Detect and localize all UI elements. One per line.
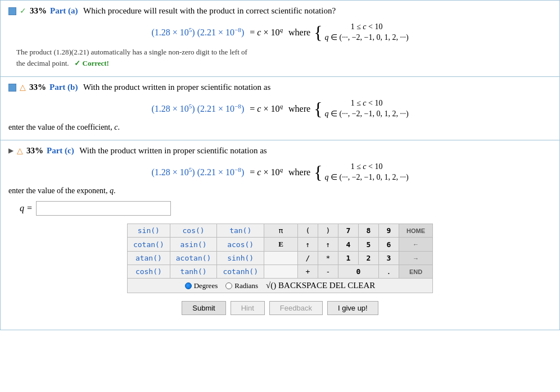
calc-e[interactable]: E <box>264 238 298 252</box>
part-b-brace: { 1 ≤ c < 10 q ∈ (···, −2, −1, 0, 1, 2, … <box>314 99 408 118</box>
calc-cotanh[interactable]: cotanh() <box>217 265 264 279</box>
calc-cotan[interactable]: cotan() <box>127 238 170 252</box>
part-c-brace: { 1 ≤ c < 10 q ∈ (···, −2, −1, 0, 1, 2, … <box>314 162 408 182</box>
part-c-math-eq: = c × 10q <box>247 166 285 177</box>
calc-home[interactable]: HOME <box>399 224 433 238</box>
part-a-exp-line1: The product (1.28)(2.21) automatically h… <box>16 48 247 56</box>
part-b-label: Part (b) <box>49 83 78 92</box>
part-a-section: ✓ 33% Part (a) Which procedure will resu… <box>0 0 560 77</box>
part-b-math-eq: = c × 10q <box>247 103 285 114</box>
calc-0[interactable]: 0 <box>338 265 379 279</box>
part-c-section: ▶ △ 33% Part (c) With the product writte… <box>0 140 560 330</box>
calc-2[interactable]: 2 <box>359 252 379 265</box>
part-a-where: where <box>288 28 310 38</box>
part-b-brace-line1: 1 ≤ c < 10 <box>324 99 408 108</box>
calc-backspace-arrow[interactable]: ← <box>399 238 433 252</box>
part-b-box <box>8 84 16 92</box>
calc-open-paren[interactable]: ( <box>298 224 318 238</box>
calc-minus[interactable]: - <box>318 265 338 279</box>
part-c-brace-line1: 1 ≤ c < 10 <box>324 162 408 171</box>
calc-sinh[interactable]: sinh() <box>217 252 264 265</box>
calc-plus[interactable]: + <box>298 265 318 279</box>
calc-pi[interactable]: π <box>264 224 298 238</box>
calc-tanh[interactable]: tanh() <box>170 265 217 279</box>
part-a-explanation: The product (1.28)(2.21) automatically h… <box>16 47 552 69</box>
submit-button[interactable]: Submit <box>182 301 225 315</box>
calc-cos[interactable]: cos() <box>170 224 217 238</box>
calc-dot[interactable]: . <box>379 265 399 279</box>
part-a-math-eq: = c × 10q <box>247 26 285 38</box>
radians-option[interactable]: Radians <box>225 281 258 290</box>
calc-1[interactable]: 1 <box>338 252 359 265</box>
part-b-where: where <box>288 104 310 114</box>
degrees-option[interactable]: Degrees <box>185 281 218 290</box>
calc-empty1 <box>264 252 298 265</box>
part-c-brace-line2: q ∈ (···, −2, −1, 0, 1, 2, ···) <box>324 172 408 182</box>
calc-close-paren[interactable]: ) <box>318 224 338 238</box>
calc-empty2 <box>264 265 298 279</box>
part-a-brace: { 1 ≤ c < 10 q ∈ (···, −2, −1, 0, 1, 2, … <box>314 22 408 42</box>
q-label: q = <box>20 203 33 213</box>
part-c-brace-lines: 1 ≤ c < 10 q ∈ (···, −2, −1, 0, 1, 2, ··… <box>324 162 408 182</box>
main-container: ✓ 33% Part (a) Which procedure will resu… <box>0 0 560 330</box>
hint-button[interactable]: Hint <box>231 301 265 315</box>
part-a-percent: 33% <box>30 6 47 16</box>
calc-tan[interactable]: tan() <box>217 224 264 238</box>
calc-6[interactable]: 6 <box>379 238 399 252</box>
calc-3[interactable]: 3 <box>379 252 399 265</box>
calc-asin[interactable]: asin() <box>170 238 217 252</box>
calc-row-1: sin() cos() tan() π ( ) 7 8 9 HOME <box>127 224 432 238</box>
calc-up1[interactable]: ↑ <box>298 238 318 252</box>
calc-multiply[interactable]: * <box>318 252 338 265</box>
calculator-wrapper: sin() cos() tan() π ( ) 7 8 9 HOME cotan… <box>127 224 433 293</box>
part-a-brace-symbol: { <box>314 24 322 42</box>
calc-row-2: cotan() asin() acos() E ↑ ↑ 4 5 6 ← <box>127 238 432 252</box>
part-a-brace-lines: 1 ≤ c < 10 q ∈ (···, −2, −1, 0, 1, 2, ··… <box>324 22 408 42</box>
part-b-math: (1.28 × 105) (2.21 × 10−8) = c × 10q whe… <box>8 99 552 118</box>
calc-acotan[interactable]: acotan() <box>170 252 217 265</box>
degrees-label: Degrees <box>194 281 218 290</box>
part-c-math: (1.28 × 105) (2.21 × 10−8) = c × 10q whe… <box>8 162 552 182</box>
degrees-radio[interactable] <box>185 282 192 289</box>
radians-radio[interactable] <box>225 282 232 289</box>
calc-right-arrow[interactable]: → <box>399 252 433 265</box>
calc-acos[interactable]: acos() <box>217 238 264 252</box>
calc-4[interactable]: 4 <box>338 238 359 252</box>
feedback-button[interactable]: Feedback <box>269 301 323 315</box>
calc-up2[interactable]: ↑ <box>318 238 338 252</box>
calc-divide[interactable]: / <box>298 252 318 265</box>
part-c-enter-text: enter the value of the exponent, q. <box>8 186 552 195</box>
part-b-enter-text: enter the value of the coefficient, c. <box>8 123 552 132</box>
q-input[interactable] <box>36 201 171 216</box>
part-c-brace-symbol: { <box>314 163 322 181</box>
calc-9[interactable]: 9 <box>379 224 399 238</box>
part-c-play-icon: ▶ <box>8 147 13 155</box>
part-c-percent: 33% <box>26 146 43 156</box>
calc-atan[interactable]: atan() <box>127 252 170 265</box>
calc-7[interactable]: 7 <box>338 224 359 238</box>
bottom-buttons: Submit Hint Feedback I give up! <box>8 301 552 315</box>
part-b-math-left: (1.28 × 105) (2.21 × 10−8) <box>151 103 244 114</box>
part-b-question: With the product written in proper scien… <box>81 83 270 92</box>
part-a-question: Which procedure will result with the pro… <box>82 6 336 16</box>
part-c-warning-icon: △ <box>17 146 23 156</box>
part-a-math-left: (1.28 × 105) (2.21 × 10−8) <box>151 26 244 38</box>
part-c-label: Part (c) <box>47 146 74 156</box>
part-a-exp-line2: the decimal point. ✓ Correct! <box>16 59 109 67</box>
calc-sin[interactable]: sin() <box>127 224 170 238</box>
part-a-brace-line2: q ∈ (···, −2, −1, 0, 1, 2, ···) <box>324 33 408 42</box>
calc-8[interactable]: 8 <box>359 224 379 238</box>
give-up-button[interactable]: I give up! <box>327 301 378 315</box>
calculator-table: sin() cos() tan() π ( ) 7 8 9 HOME cotan… <box>127 224 433 279</box>
part-a-label: Part (a) <box>50 6 78 16</box>
calculator-container: sin() cos() tan() π ( ) 7 8 9 HOME cotan… <box>8 224 552 293</box>
calc-5[interactable]: 5 <box>359 238 379 252</box>
part-a-header: ✓ 33% Part (a) Which procedure will resu… <box>8 6 552 16</box>
calc-end[interactable]: END <box>399 265 433 279</box>
part-a-box <box>8 7 16 15</box>
calc-row-3: atan() acotan() sinh() / * 1 2 3 → <box>127 252 432 265</box>
radians-label: Radians <box>234 281 258 290</box>
part-b-brace-line2: q ∈ (···, −2, −1, 0, 1, 2, ···) <box>324 109 408 118</box>
part-a-check-icon: ✓ <box>20 6 26 16</box>
calc-cosh[interactable]: cosh() <box>127 265 170 279</box>
